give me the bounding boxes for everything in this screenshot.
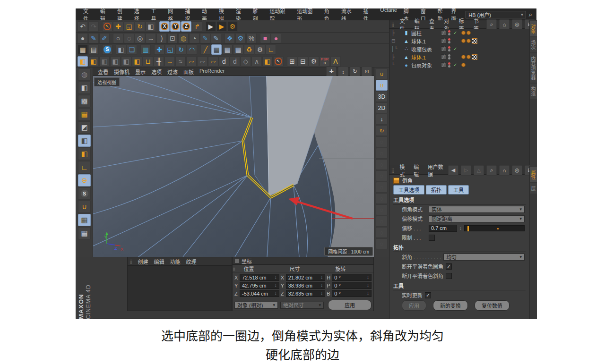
arc-blue-icon[interactable]: ◠ — [187, 44, 197, 55]
coordinate-input[interactable]: 38.936 cm↕ — [286, 282, 326, 289]
tree-expander[interactable]: │└ — [391, 46, 403, 51]
pen-tilt-icon[interactable]: ╱ — [200, 44, 211, 55]
slide-alt-icon[interactable]: ▱ — [197, 56, 207, 67]
back-icon[interactable]: ◀ — [448, 165, 458, 176]
object-label[interactable]: 收缩包裹 — [410, 45, 441, 53]
tree-expander[interactable]: ⊟ — [391, 38, 403, 43]
viewport-menu-item[interactable]: 显示 — [132, 68, 148, 76]
grid-list-icon[interactable]: ⊟ — [298, 56, 308, 67]
coordinate-input[interactable]: 21.802 cm↕ — [286, 274, 326, 281]
object-row[interactable]: │└∴收缩包裹╱✓ — [389, 45, 529, 53]
extrude-icon[interactable]: ▱ — [208, 56, 218, 67]
limit-checkbox[interactable] — [429, 235, 435, 241]
quantize-lock-icon[interactable]: ▦ — [78, 214, 91, 226]
viewport-menu-item[interactable]: ProRender — [197, 68, 227, 76]
cube-disabled-icon[interactable]: ◧ — [99, 56, 110, 67]
disabled-tool-icon-9[interactable]: ◌ — [376, 227, 388, 238]
search-icon[interactable]: ⌕ — [486, 19, 497, 30]
camera-icon[interactable]: ▦ — [222, 44, 233, 55]
point-spline-icon[interactable]: ◎ — [135, 33, 145, 43]
render-check[interactable]: ✓ — [453, 30, 459, 35]
rotate-icon[interactable]: ↻ — [135, 21, 145, 32]
snap-magnet-icon[interactable]: ∪ — [376, 68, 388, 79]
live-selection-icon[interactable]: ↖ — [102, 21, 112, 32]
disabled-tool-icon-3[interactable]: ◌ — [376, 159, 388, 170]
stepper-icon[interactable]: ↕ — [275, 291, 277, 296]
offset-mode-dropdown[interactable]: 固定距离 ▾ — [429, 215, 525, 222]
world-grid-icon[interactable]: ◍ — [78, 68, 91, 81]
mograph-gear-icon[interactable]: ⚙ — [235, 33, 246, 43]
rotate-blue-icon[interactable]: ↻ — [176, 44, 186, 55]
snap-down-icon[interactable]: ↓ — [376, 114, 388, 125]
menubar-item[interactable]: 雕刻 — [250, 7, 267, 22]
axis-mode-icon[interactable]: ∟ — [78, 161, 91, 173]
sphere-pen-icon[interactable]: ◔ — [189, 33, 199, 43]
forward-icon[interactable]: ▷ — [461, 165, 471, 176]
attribute-tab[interactable]: 工具 — [448, 185, 469, 195]
last-tool-icon[interactable]: ◧ — [146, 21, 156, 32]
gears-pair-icon[interactable]: ⚙ — [309, 56, 319, 67]
viewport-canvas[interactable]: Y Z X 透视视图 网格间距 : 1000 cm — [93, 76, 374, 257]
enable-toggle[interactable]: ╱ — [441, 54, 446, 59]
model-mode-icon[interactable]: ◧ — [78, 82, 91, 94]
knife-d-icon[interactable]: d — [219, 56, 229, 67]
visibility-dots[interactable] — [448, 46, 452, 51]
tag-dot[interactable] — [461, 63, 466, 67]
quantize-rotate-icon[interactable]: ▦ — [78, 227, 91, 239]
tree-expander[interactable]: ├ — [391, 30, 403, 35]
spline-smooth-icon[interactable]: ✎ — [211, 33, 221, 43]
size-mode-dropdown[interactable]: 绝对尺寸 ▾ — [280, 302, 324, 309]
position-mode-dropdown[interactable]: 对象 (相对) ▾ — [234, 302, 278, 309]
panel-grip-icon[interactable]: ⣿ — [391, 168, 395, 173]
cube-gear-icon[interactable]: ◧ — [132, 56, 142, 67]
cubes-icon[interactable]: ❏ — [127, 44, 137, 55]
disc-icon[interactable]: ◍ — [178, 33, 189, 43]
workplane-l1-icon[interactable]: ∟ — [266, 44, 276, 55]
menubar-item[interactable]: 运动图形 — [294, 7, 321, 22]
render-check[interactable]: ✓ — [453, 46, 459, 51]
deform-sphere-icon[interactable]: ● — [271, 33, 281, 43]
knife-d2-icon[interactable]: d — [230, 56, 240, 67]
undo-icon[interactable]: ↶ — [78, 21, 88, 32]
disabled-tool-icon-8[interactable]: ◌ — [376, 216, 388, 227]
menubar-item[interactable]: 流水线 — [338, 7, 360, 22]
stepper-icon[interactable]: ↕ — [320, 283, 323, 288]
render-settings-icon[interactable]: ⚙ — [227, 21, 238, 32]
render-view-icon[interactable]: ▶ — [206, 21, 216, 32]
menubar-item[interactable]: 模拟 — [216, 7, 233, 22]
home-icon[interactable]: ⌂ — [499, 19, 510, 30]
arrow-dots-icon[interactable]: → — [164, 56, 175, 67]
polygons-mode-icon[interactable]: ◧ — [78, 148, 91, 160]
cylinder-icon[interactable]: ▮ — [403, 30, 410, 36]
tag-dot[interactable] — [467, 39, 471, 43]
drop-floor-icon[interactable]: ⊔ — [143, 56, 153, 67]
menubar-item[interactable]: 文件 — [80, 7, 97, 22]
object-row[interactable]: ├▲球体.1╱ — [389, 53, 529, 61]
redo-icon[interactable]: ↷ — [88, 21, 99, 32]
panel-grip-icon[interactable]: ⣿ — [233, 266, 236, 271]
visibility-dots[interactable] — [448, 30, 452, 35]
x-axis-lock-button[interactable]: X — [159, 21, 170, 32]
grid-points-icon[interactable]: ⊡ — [167, 33, 178, 43]
enable-toggle[interactable]: ╱ — [441, 38, 446, 43]
object-row[interactable]: ⊟▲球体.1╱ — [389, 37, 529, 45]
cube-orange-icon[interactable]: ◧ — [88, 56, 99, 67]
tree-expander[interactable]: ├ — [391, 54, 403, 59]
tag-dot[interactable] — [461, 39, 466, 43]
disabled-tool-icon-2[interactable]: ◌ — [376, 148, 388, 159]
slide-icon[interactable]: ▱ — [186, 56, 197, 67]
viewport-menu-item[interactable]: 查看 — [95, 68, 111, 76]
mouse-mode-icon[interactable]: ⊖ — [78, 174, 91, 186]
coordinate-input[interactable]: 42.795 cm↕ — [240, 282, 279, 289]
scale-icon[interactable]: ◱ — [124, 21, 134, 32]
visibility-dots[interactable] — [448, 54, 452, 59]
stepper-icon[interactable]: ↕ — [367, 291, 369, 296]
attribute-tab[interactable]: 工具选项 — [393, 185, 424, 195]
recycle-icon[interactable]: ♻ — [244, 44, 254, 55]
menubar-item[interactable]: 捕捉 — [182, 7, 199, 22]
tag-dot[interactable] — [461, 55, 466, 59]
menubar-item[interactable]: 角色 — [321, 7, 338, 22]
texture-mode-icon[interactable]: ▩ — [78, 95, 91, 107]
disabled-tool-icon-7[interactable]: ◌ — [376, 204, 388, 215]
coordinate-input[interactable]: -53.044 cm↕ — [240, 290, 279, 297]
